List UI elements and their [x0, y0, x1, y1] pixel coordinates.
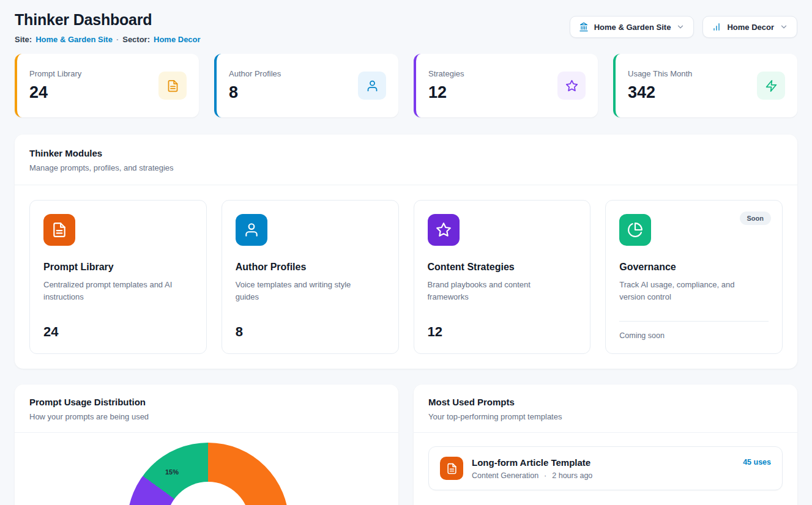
usage-card-header: Prompt Usage Distribution How your promp…: [15, 385, 398, 433]
module-count: 24: [43, 324, 193, 340]
module-description: Track AI usage, compliance, and version …: [619, 279, 760, 303]
module-description: Voice templates and writing style guides: [236, 279, 376, 303]
most-used-prompts-card: Most Used Prompts Your top-performing pr…: [414, 385, 797, 505]
module-card-prompt-library[interactable]: Prompt Library Centralized prompt templa…: [29, 200, 207, 354]
stats-row: Prompt Library 24 Author Profiles 8 Stra…: [15, 54, 797, 117]
donut-percentage-label: 15%: [165, 468, 179, 476]
page-header: Thinker Dashboard Site: Home & Garden Si…: [15, 11, 797, 44]
stat-text: Usage This Month 342: [628, 69, 692, 102]
module-title: Prompt Library: [43, 262, 193, 273]
stat-value: 12: [428, 83, 464, 102]
header-left: Thinker Dashboard Site: Home & Garden Si…: [15, 11, 201, 44]
document-icon: [158, 72, 187, 100]
person-icon: [358, 72, 386, 100]
stat-value: 342: [628, 83, 692, 102]
module-title: Author Profiles: [236, 262, 385, 273]
stat-label: Prompt Library: [29, 69, 81, 78]
stat-label: Usage This Month: [628, 69, 692, 78]
module-title: Governance: [619, 262, 769, 273]
stat-value: 24: [29, 83, 81, 102]
usage-donut[interactable]: 15%: [127, 443, 289, 505]
stat-card-author-profiles: Author Profiles 8: [214, 54, 398, 117]
module-description: Centralized prompt templates and AI inst…: [43, 279, 184, 303]
document-icon: [440, 457, 463, 480]
prompt-time: 2 hours ago: [552, 471, 592, 480]
landmark-icon: [579, 22, 589, 32]
breadcrumb-separator: ·: [116, 35, 119, 44]
stat-value: 8: [229, 83, 281, 102]
stat-card-strategies: Strategies 12: [414, 54, 598, 117]
most-used-card-header: Most Used Prompts Your top-performing pr…: [414, 385, 797, 433]
zap-icon: [757, 72, 785, 100]
sector-selector-dropdown[interactable]: Home Decor: [702, 16, 797, 38]
chevron-down-icon: [780, 23, 788, 31]
modules-grid: Prompt Library Centralized prompt templa…: [15, 185, 797, 369]
stat-label: Strategies: [428, 69, 464, 78]
module-count: 8: [236, 324, 385, 340]
sector-label: Sector:: [122, 35, 150, 44]
bottom-row: Prompt Usage Distribution How your promp…: [15, 385, 797, 505]
site-selector-label: Home & Garden Site: [594, 23, 671, 32]
sparkle-icon: [428, 214, 460, 246]
site-selector-dropdown[interactable]: Home & Garden Site: [570, 16, 695, 38]
meta-separator: ·: [544, 471, 546, 480]
stat-label: Author Profiles: [229, 69, 281, 78]
prompt-category: Content Generation: [472, 471, 538, 480]
module-count: 12: [428, 324, 577, 340]
module-description: Brand playbooks and content frameworks: [428, 279, 568, 303]
usage-chart-area: 15%: [15, 433, 398, 505]
prompt-list-item[interactable]: Long-form Article Template Content Gener…: [428, 446, 783, 490]
stat-text: Author Profiles 8: [229, 69, 281, 102]
chevron-down-icon: [676, 23, 685, 31]
modules-subtitle: Manage prompts, profiles, and strategies: [29, 163, 783, 172]
coming-soon-text: Coming soon: [619, 321, 769, 340]
prompt-meta: Content Generation · 2 hours ago: [472, 471, 592, 480]
prompt-item-text: Long-form Article Template Content Gener…: [472, 457, 592, 480]
sparkle-icon: [557, 72, 586, 100]
breadcrumb: Site: Home & Garden Site · Sector: Home …: [15, 35, 201, 44]
stat-text: Prompt Library 24: [29, 69, 81, 102]
module-card-author-profiles[interactable]: Author Profiles Voice templates and writ…: [222, 200, 399, 354]
most-used-title: Most Used Prompts: [428, 397, 783, 407]
usage-distribution-card: Prompt Usage Distribution How your promp…: [15, 385, 398, 505]
modules-panel-header: Thinker Modules Manage prompts, profiles…: [15, 135, 797, 185]
pie-chart-icon: [619, 214, 651, 246]
page-title: Thinker Dashboard: [15, 11, 201, 29]
bar-chart-icon: [712, 22, 721, 32]
modules-panel: Thinker Modules Manage prompts, profiles…: [15, 135, 797, 369]
sector-link[interactable]: Home Decor: [154, 35, 201, 44]
uses-badge: 45 uses: [743, 458, 771, 466]
module-card-governance[interactable]: Soon Governance Track AI usage, complian…: [605, 200, 783, 354]
module-title: Content Strategies: [428, 262, 577, 273]
person-icon: [236, 214, 267, 246]
usage-card-subtitle: How your prompts are being used: [29, 412, 384, 421]
module-card-content-strategies[interactable]: Content Strategies Brand playbooks and c…: [414, 200, 591, 354]
site-label: Site:: [15, 35, 32, 44]
usage-card-title: Prompt Usage Distribution: [29, 397, 384, 407]
header-toolbar: Home & Garden Site Home Decor: [570, 16, 797, 38]
stat-card-prompt-library: Prompt Library 24: [15, 54, 199, 117]
stat-text: Strategies 12: [428, 69, 464, 102]
modules-title: Thinker Modules: [29, 148, 783, 158]
document-icon: [43, 214, 75, 246]
site-link[interactable]: Home & Garden Site: [35, 35, 113, 44]
prompts-list: Long-form Article Template Content Gener…: [414, 433, 797, 504]
most-used-subtitle: Your top-performing prompt templates: [428, 412, 783, 421]
soon-badge: Soon: [740, 212, 772, 225]
dashboard-page: Thinker Dashboard Site: Home & Garden Si…: [0, 0, 812, 505]
sector-selector-label: Home Decor: [727, 23, 774, 32]
stat-card-usage: Usage This Month 342: [613, 54, 797, 117]
prompt-title: Long-form Article Template: [472, 457, 592, 468]
donut-hole: [166, 482, 250, 505]
